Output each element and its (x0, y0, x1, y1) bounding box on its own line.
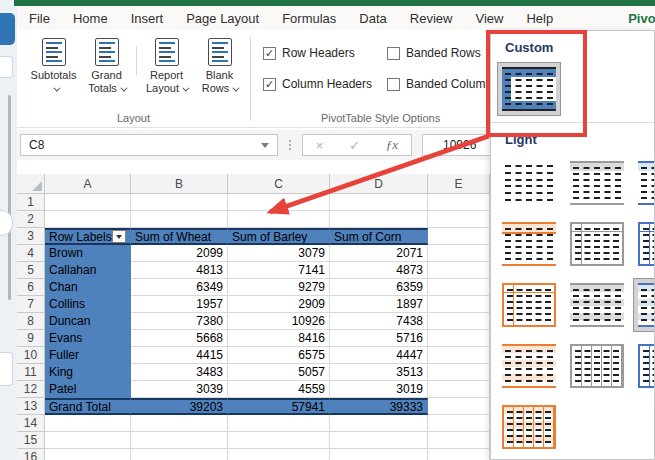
pivot-rowlabel-cell[interactable]: Callahan (45, 262, 131, 279)
pivot-value-cell[interactable]: 6575 (228, 347, 330, 364)
orange-grid-style-thumbnail[interactable] (502, 405, 556, 449)
row-header-8[interactable]: 8 (17, 313, 45, 330)
pivot-value-cell[interactable]: 3019 (330, 381, 428, 398)
checkbox-row-headers[interactable]: ✓Row Headers (263, 46, 381, 60)
light-style-3[interactable] (634, 157, 655, 209)
column-headers-checkbox-icon[interactable]: ✓ (263, 78, 276, 91)
pivot-header-cell[interactable]: Row Labels (45, 228, 131, 245)
column-header-B[interactable]: B (131, 174, 228, 194)
row-header-4[interactable]: 4 (17, 245, 45, 262)
checkbox-banded-columns[interactable]: Banded Columns (387, 77, 498, 91)
blue-band-header-style-thumbnail[interactable] (638, 161, 655, 205)
cell[interactable] (131, 211, 228, 228)
orange-boxed-style-thumbnail[interactable] (502, 283, 556, 327)
row-headers-checkbox-icon[interactable]: ✓ (263, 47, 276, 60)
pivot-value-cell[interactable]: 7141 (228, 262, 330, 279)
cell[interactable] (228, 194, 330, 211)
insert-function-icon[interactable]: ƒx (386, 137, 398, 153)
cell[interactable] (228, 449, 330, 460)
select-all-corner[interactable] (17, 174, 45, 194)
pivot-rowlabel-cell[interactable]: Fuller (45, 347, 131, 364)
cell[interactable] (428, 415, 490, 432)
cell[interactable] (428, 398, 490, 415)
tab-page-layout[interactable]: Page Layout (186, 11, 259, 26)
pivot-value-cell[interactable]: 3079 (228, 245, 330, 262)
cell[interactable] (428, 364, 490, 381)
cell[interactable] (428, 228, 490, 245)
cell[interactable] (45, 432, 131, 449)
tab-home[interactable]: Home (73, 11, 108, 26)
gray-cols-style-thumbnail[interactable] (570, 344, 624, 388)
row-header-5[interactable]: 5 (17, 262, 45, 279)
tab-pivot[interactable]: Pivot (628, 11, 655, 26)
blank-rows-button[interactable]: BlankRows (193, 38, 246, 95)
light-style-8[interactable] (566, 279, 630, 331)
row-header-10[interactable]: 10 (17, 347, 45, 364)
report-layout-button[interactable]: ReportLayout (140, 38, 193, 95)
checkbox-column-headers[interactable]: ✓Column Headers (263, 77, 381, 91)
pivot-value-cell[interactable]: 8416 (228, 330, 330, 347)
orange-banded-style-thumbnail[interactable] (502, 344, 556, 388)
pivot-value-cell[interactable]: 3483 (131, 364, 228, 381)
cell[interactable] (428, 211, 490, 228)
tab-view[interactable]: View (475, 11, 503, 26)
pivot-grandtotal-cell[interactable]: Grand Total (45, 398, 131, 415)
grand-totals-button[interactable]: GrandTotals (80, 38, 133, 95)
pivot-value-cell[interactable]: 1957 (131, 296, 228, 313)
pivot-value-cell[interactable]: 2909 (228, 296, 330, 313)
pivot-value-cell[interactable]: 7438 (330, 313, 428, 330)
cell[interactable] (428, 296, 490, 313)
banded-rows-checkbox-icon[interactable] (387, 47, 400, 60)
cell[interactable] (45, 415, 131, 432)
pivot-header-cell[interactable]: Sum of Barley (228, 228, 330, 245)
pivot-value-cell[interactable]: 5668 (131, 330, 228, 347)
light-style-10[interactable] (498, 340, 562, 392)
pivot-value-cell[interactable]: 6359 (330, 279, 428, 296)
light-style-5[interactable] (566, 218, 630, 270)
row-header-7[interactable]: 7 (17, 296, 45, 313)
blue-cols-style-thumbnail[interactable] (638, 344, 655, 388)
cell[interactable] (330, 432, 428, 449)
light-style-12[interactable] (634, 340, 655, 392)
pivot-value-cell[interactable]: 3513 (330, 364, 428, 381)
orange-lines-style-thumbnail[interactable] (502, 222, 556, 266)
cell[interactable] (428, 381, 490, 398)
banded-columns-checkbox-icon[interactable] (387, 78, 400, 91)
cell[interactable] (428, 194, 490, 211)
pivot-rowlabel-cell[interactable]: Chan (45, 279, 131, 296)
cell[interactable] (45, 211, 131, 228)
gray-band-header-style-thumbnail[interactable] (570, 161, 624, 205)
plain-plain-style-thumbnail[interactable] (502, 161, 556, 205)
pivot-value-cell[interactable]: 5057 (228, 364, 330, 381)
pivot-grandtotal-cell[interactable]: 39203 (131, 398, 228, 415)
cell[interactable] (428, 330, 490, 347)
light-style-4[interactable] (498, 218, 562, 270)
pivot-grandtotal-cell[interactable]: 57941 (228, 398, 330, 415)
cancel-icon[interactable]: × (316, 138, 324, 153)
cell[interactable] (330, 211, 428, 228)
row-header-15[interactable]: 15 (17, 432, 45, 449)
row-header-12[interactable]: 12 (17, 381, 45, 398)
pivot-value-cell[interactable]: 4559 (228, 381, 330, 398)
row-header-14[interactable]: 14 (17, 415, 45, 432)
light-style-7[interactable] (498, 279, 562, 331)
pivot-header-cell[interactable]: Sum of Wheat (131, 228, 228, 245)
row-header-9[interactable]: 9 (17, 330, 45, 347)
pivot-value-cell[interactable]: 4447 (330, 347, 428, 364)
row-header-13[interactable]: 13 (17, 398, 45, 415)
pivot-header-cell[interactable]: Sum of Corn (330, 228, 428, 245)
pivot-value-cell[interactable]: 5716 (330, 330, 428, 347)
column-header-C[interactable]: C (228, 174, 330, 194)
pivot-value-cell[interactable]: 3039 (131, 381, 228, 398)
pivot-value-cell[interactable]: 6349 (131, 279, 228, 296)
cell[interactable] (428, 347, 490, 364)
row-header-16[interactable]: 16 (17, 449, 45, 460)
cell[interactable] (428, 432, 490, 449)
blue-banded-style-thumbnail[interactable] (638, 283, 655, 327)
cell[interactable] (330, 449, 428, 460)
pivot-rowlabel-cell[interactable]: King (45, 364, 131, 381)
checkbox-banded-rows[interactable]: Banded Rows (387, 46, 498, 60)
cell[interactable] (131, 415, 228, 432)
pivot-grandtotal-cell[interactable]: 39333 (330, 398, 428, 415)
name-box-dropdown-icon[interactable] (261, 143, 269, 148)
